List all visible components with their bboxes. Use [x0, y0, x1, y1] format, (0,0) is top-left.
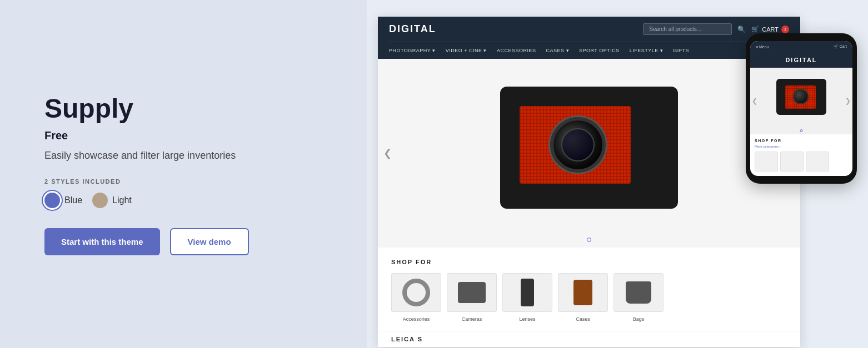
mobile-arrow-left[interactable]: ❮ [752, 97, 757, 105]
cart-preview[interactable]: 🛒 CART 1 [751, 26, 789, 33]
mobile-arrow-right[interactable]: ❯ [845, 97, 851, 105]
mobile-camera [774, 76, 829, 126]
mobile-carousel-dot[interactable] [800, 129, 803, 132]
cart-badge: 1 [781, 26, 789, 33]
category-item-lenses[interactable]: Lenses [502, 273, 552, 322]
shop-for-section: SHOP FOR Accessories Cameras [378, 248, 800, 331]
category-item-cases[interactable]: Cases [558, 273, 608, 322]
category-item-bags[interactable]: Bags [613, 273, 664, 322]
style-options: Blue Light [44, 193, 322, 208]
category-thumb-cameras [447, 273, 497, 312]
store-header: DIGITAL Search all products... 🔍 🛒 CART … [378, 17, 800, 59]
store-top-bar: DIGITAL Search all products... 🔍 🛒 CART … [389, 17, 789, 42]
view-demo-button[interactable]: View demo [170, 228, 249, 255]
nav-item-cases[interactable]: CASES ▾ [546, 48, 570, 53]
case-icon [573, 280, 592, 305]
category-thumb-lenses [502, 273, 552, 312]
mobile-cart[interactable]: 🛒 Cart [834, 44, 847, 49]
lens-icon [521, 279, 534, 306]
category-thumb-cases [558, 273, 608, 312]
store-logo: DIGITAL [389, 23, 436, 35]
search-icon[interactable]: 🔍 [737, 26, 746, 33]
category-thumb-bags [613, 273, 664, 312]
light-label: Light [112, 195, 132, 205]
right-panel: DIGITAL Search all products... 🔍 🛒 CART … [367, 0, 868, 348]
camera-lens-inner [561, 128, 595, 162]
mobile-more-link[interactable]: More categories › [755, 145, 848, 148]
mobile-cat-2[interactable] [780, 152, 804, 172]
hero-arrow-left[interactable]: ❮ [383, 147, 392, 159]
mobile-cat-3[interactable] [806, 152, 829, 172]
bag-icon [626, 281, 651, 304]
mobile-cat-1[interactable] [755, 152, 778, 172]
search-bar-preview[interactable]: Search all products... [643, 23, 732, 35]
nav-item-video[interactable]: VIDEO + CINE ▾ [446, 48, 487, 53]
category-label-cameras: Cameras [462, 316, 482, 322]
category-item-cameras[interactable]: Cameras [447, 273, 497, 322]
ring-icon [402, 279, 430, 306]
blue-label: Blue [64, 195, 82, 205]
store-hero: ❮ ❯ [378, 59, 800, 248]
style-option-blue[interactable]: Blue [44, 193, 82, 208]
mobile-menu[interactable]: ≡ Menu [756, 45, 769, 49]
hero-camera [495, 75, 684, 231]
cart-icon: 🛒 [751, 26, 759, 33]
mobile-hero: ❮ ❯ [750, 68, 852, 134]
camera-icon [458, 282, 486, 303]
nav-item-lifestyle[interactable]: LIFESTYLE ▾ [630, 48, 664, 53]
desktop-preview: DIGITAL Search all products... 🔍 🛒 CART … [378, 17, 800, 347]
mobile-shop-section: SHOP FOR More categories › [750, 134, 852, 176]
mobile-preview: ≡ Menu 🛒 Cart DIGITAL ❮ ❯ [746, 33, 857, 184]
theme-price: Free [44, 129, 322, 142]
blue-dot [44, 193, 60, 208]
category-label-cases: Cases [576, 316, 590, 322]
category-thumb-accessories [391, 273, 441, 312]
cart-label: CART [762, 26, 779, 33]
light-dot [92, 193, 108, 208]
mobile-header: ≡ Menu 🛒 Cart [750, 41, 852, 52]
styles-label: 2 STYLES INCLUDED [44, 178, 322, 185]
nav-item-sport-optics[interactable]: SPORT OPTICS [579, 48, 620, 53]
category-label-accessories: Accessories [403, 316, 430, 322]
leica-title: LEICA S [391, 336, 787, 342]
mobile-logo: DIGITAL [750, 52, 852, 68]
start-theme-button[interactable]: Start with this theme [44, 228, 160, 255]
mobile-camera-lens [793, 89, 809, 104]
buttons-row: Start with this theme View demo [44, 228, 322, 255]
shop-for-title: SHOP FOR [391, 259, 787, 265]
category-label-lenses: Lenses [519, 316, 535, 322]
leica-section: LEICA S [378, 331, 800, 347]
mobile-shop-title: SHOP FOR [755, 139, 848, 143]
mobile-screen: ≡ Menu 🛒 Cart DIGITAL ❮ ❯ [750, 41, 852, 176]
nav-item-photography[interactable]: PHOTOGRAPHY ▾ [389, 48, 436, 53]
theme-description: Easily showcase and filter large invento… [44, 150, 322, 162]
mobile-frame: ≡ Menu 🛒 Cart DIGITAL ❮ ❯ [746, 33, 857, 184]
category-item-accessories[interactable]: Accessories [391, 273, 441, 322]
mobile-category-row [755, 152, 848, 172]
nav-item-gifts[interactable]: GIFTS [673, 48, 689, 53]
category-label-bags: Bags [633, 316, 645, 322]
theme-title: Supply [44, 93, 322, 124]
store-nav: PHOTOGRAPHY ▾ VIDEO + CINE ▾ ACCESSORIES… [389, 42, 789, 59]
carousel-dot[interactable] [587, 238, 591, 242]
camera-lens [550, 117, 606, 173]
left-panel: Supply Free Easily showcase and filter l… [0, 0, 367, 348]
category-grid: Accessories Cameras Lenses [391, 273, 787, 322]
style-option-light[interactable]: Light [92, 193, 132, 208]
mobile-camera-body [776, 79, 826, 115]
nav-item-accessories[interactable]: ACCESSORIES [497, 48, 536, 53]
camera-body [500, 87, 678, 209]
